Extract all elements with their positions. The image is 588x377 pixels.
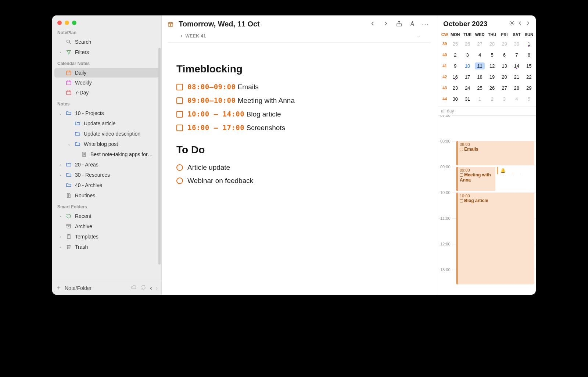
todo-row[interactable]: Article update (176, 161, 423, 174)
collapse-left-icon[interactable]: ‹ (150, 285, 152, 291)
calendar-day[interactable]: 31 (461, 96, 473, 102)
smart-templates[interactable]: › Templates (54, 232, 159, 241)
close-window-button[interactable] (57, 21, 62, 25)
folder-write-blog[interactable]: ⌄ Write blog post (54, 139, 159, 149)
allday-row[interactable]: all-day (438, 107, 536, 115)
checkbox-icon[interactable] (176, 97, 183, 104)
folder-resources[interactable]: › 30 - Resources (54, 170, 159, 180)
folder-archive[interactable]: 40 - Archive (54, 180, 159, 190)
bullet-icon[interactable] (176, 164, 183, 171)
collapse-right-icon[interactable]: › (156, 285, 158, 291)
calendar-view-weekly[interactable]: Weekly (54, 78, 159, 87)
share-button[interactable] (394, 20, 404, 28)
calendar-day[interactable]: 11 (474, 63, 486, 69)
folder-areas[interactable]: › 20 - Areas (54, 160, 159, 169)
settings-icon[interactable] (508, 20, 516, 28)
todo-row[interactable]: Webinar on feedback (176, 174, 423, 187)
calendar-view-7-day[interactable]: 7-Day (54, 88, 159, 97)
folder-update-video[interactable]: Update video description (54, 129, 159, 139)
timeblock-row[interactable]: 10:00 – 14:00 Blog article (176, 107, 423, 121)
calendar-day[interactable]: 20 (498, 74, 510, 80)
cloud-icon[interactable] (131, 284, 137, 292)
calendar-day[interactable]: 5 (486, 52, 498, 58)
folder-projects[interactable]: ⌄ 10 - Projects (54, 108, 159, 118)
note-best-apps[interactable]: Best note-taking apps for… (54, 150, 159, 159)
calendar-week-number[interactable]: 42 (440, 75, 449, 79)
bullet-icon[interactable] (176, 177, 183, 184)
day-timeline[interactable]: 07:0008:0009:0010:0011:0012:0013:00 08:0… (438, 115, 536, 295)
event-block[interactable]: 10:00Blog article (456, 193, 534, 284)
arrow-right-icon[interactable]: → (416, 33, 421, 39)
cal-next-button[interactable] (524, 20, 532, 28)
calendar-day[interactable]: 29 (498, 41, 510, 47)
maximize-window-button[interactable] (72, 21, 76, 25)
sync-icon[interactable] (140, 284, 146, 292)
calendar-day[interactable]: 26 (461, 41, 473, 47)
calendar-day[interactable]: 5 (523, 96, 535, 102)
calendar-day[interactable]: 10 (461, 63, 473, 69)
event-block[interactable]: 09:00Meeting with Anna (456, 167, 495, 191)
checkbox-icon[interactable] (176, 84, 183, 90)
search-row[interactable]: Search (54, 37, 159, 47)
calendar-day[interactable]: 9 (449, 63, 461, 69)
timeblock-row[interactable]: 16:00 – 17:00 Screenshots (176, 121, 423, 134)
cal-prev-button[interactable] (516, 20, 524, 28)
calendar-day[interactable]: 4 (474, 52, 486, 58)
calendar-week-number[interactable]: 39 (440, 42, 449, 46)
event-block[interactable]: 08:00Emails (456, 141, 534, 165)
calendar-view-daily[interactable]: Daily (54, 68, 159, 78)
checkbox-icon[interactable] (176, 111, 183, 118)
editor-body[interactable]: Timeblocking 08:00–09:00 Emails09:00–10:… (162, 43, 438, 198)
calendar-day[interactable]: 29 (523, 85, 535, 91)
calendar-day[interactable]: 17 (461, 74, 473, 80)
calendar-day[interactable]: 2 (449, 52, 461, 58)
calendar-week-number[interactable]: 40 (440, 53, 449, 57)
calendar-day[interactable]: 18 (474, 74, 486, 80)
calendar-day[interactable]: 13 (498, 63, 510, 69)
calendar-day[interactable]: 27 (498, 85, 510, 91)
calendar-day[interactable]: 26 (486, 85, 498, 91)
calendar-day[interactable]: 25 (449, 41, 461, 47)
calendar-day[interactable]: 3 (498, 96, 510, 102)
calendar-day[interactable]: 8 (523, 52, 535, 58)
calendar-day[interactable]: 27 (474, 41, 486, 47)
calendar-day[interactable]: 22 (523, 74, 535, 80)
week-indicator[interactable]: › WEEK 41 → (168, 31, 431, 43)
calendar-week-number[interactable]: 41 (440, 64, 449, 68)
sidebar-scrollbar[interactable] (158, 48, 161, 265)
calendar-day[interactable]: 28 (510, 85, 523, 91)
timeblock-row[interactable]: 08:00–09:00 Emails (176, 80, 423, 94)
timeblock-row[interactable]: 09:00–10:00 Meeting with Anna (176, 94, 423, 107)
calendar-week-number[interactable]: 44 (440, 97, 449, 101)
calendar-day[interactable]: 30 (449, 96, 461, 102)
calendar-day[interactable]: 14 (510, 63, 523, 69)
calendar-day[interactable]: 15 (523, 63, 535, 69)
calendar-day[interactable]: 24 (461, 85, 473, 91)
calendar-day[interactable]: 16 (449, 74, 461, 80)
calendar-day[interactable]: 23 (449, 85, 461, 91)
calendar-day[interactable]: 2 (486, 96, 498, 102)
calendar-day[interactable]: 28 (486, 41, 498, 47)
note-routines[interactable]: Routines (54, 191, 159, 200)
nav-forward-button[interactable] (381, 20, 391, 28)
calendar-day[interactable]: 25 (474, 85, 486, 91)
calendar-day[interactable]: 4 (510, 96, 523, 102)
nav-back-button[interactable] (368, 20, 377, 28)
new-note-folder[interactable]: ＋ Note/Folder (56, 284, 92, 292)
more-button[interactable]: ··· (421, 21, 430, 28)
filters-row[interactable]: › Filters (54, 47, 159, 57)
calendar-day[interactable]: 30 (510, 41, 523, 47)
smart-trash[interactable]: › Trash (54, 242, 159, 252)
minimize-window-button[interactable] (65, 21, 69, 25)
calendar-day[interactable]: 7 (510, 52, 523, 58)
calendar-day[interactable]: 1 (474, 96, 486, 102)
reminder-block[interactable]: 🔔 New Remin (497, 167, 534, 174)
checkbox-icon[interactable] (176, 125, 183, 131)
folder-update-article[interactable]: Update article (54, 119, 159, 128)
calendar-day[interactable]: 1 (523, 41, 535, 47)
calendar-day[interactable]: 3 (461, 52, 473, 58)
calendar-day[interactable]: 6 (498, 52, 510, 58)
calendar-day[interactable]: 12 (486, 63, 498, 69)
calendar-day[interactable]: 19 (486, 74, 498, 80)
calendar-day[interactable]: 21 (510, 74, 523, 80)
